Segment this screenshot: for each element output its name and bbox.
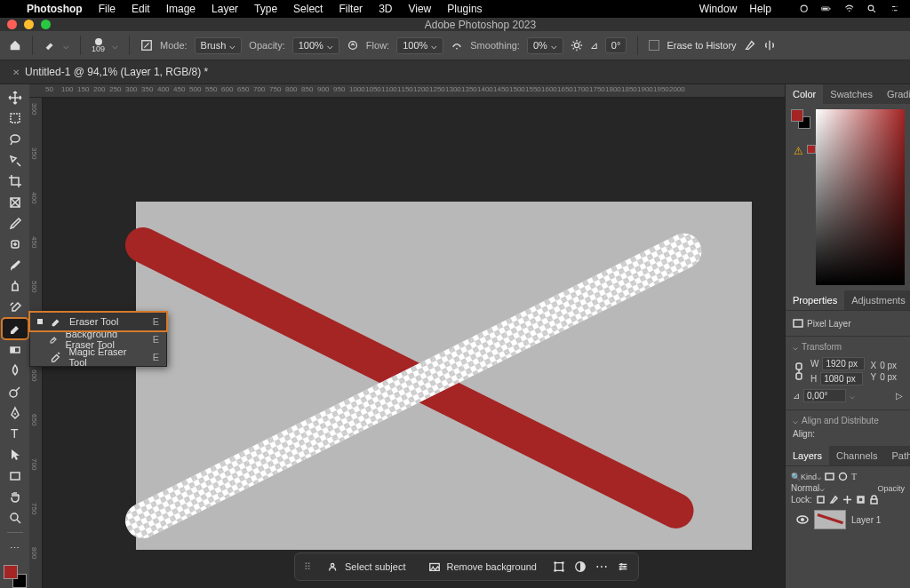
flyout-magic-eraser[interactable]: Magic Eraser Tool E	[30, 348, 166, 366]
document-tab[interactable]: ✕ Untitled-1 @ 94,1% (Layer 1, RGB/8) *	[0, 60, 220, 83]
symmetry-icon[interactable]	[763, 39, 776, 52]
wifi-icon[interactable]	[844, 4, 854, 13]
height-input[interactable]	[820, 372, 863, 385]
eyedropper-tool[interactable]	[3, 214, 28, 234]
maximize-window-button[interactable]	[41, 20, 51, 29]
menu-3d[interactable]: 3D	[379, 3, 392, 15]
brush-tool[interactable]	[3, 256, 28, 275]
artboard[interactable]	[136, 202, 752, 550]
brush-preset[interactable]: 109	[92, 38, 105, 53]
blur-tool[interactable]	[3, 362, 28, 381]
flyout-background-eraser[interactable]: Background Eraser Tool E	[30, 330, 166, 348]
flow-input[interactable]: 100%⌵	[396, 37, 443, 54]
foreground-color-swatch[interactable]	[4, 565, 18, 579]
crop-tool[interactable]	[3, 172, 28, 192]
tab-swatches[interactable]: Swatches	[823, 84, 880, 104]
tab-paths[interactable]: Paths	[885, 446, 910, 465]
tab-gradients[interactable]: Gradients	[880, 84, 910, 104]
remove-background-button[interactable]: Remove background	[421, 558, 544, 576]
lock-pixels-icon[interactable]	[816, 495, 826, 505]
lock-position-icon[interactable]	[842, 495, 852, 505]
lock-artboard-icon[interactable]	[856, 495, 866, 505]
lock-all-icon[interactable]	[869, 495, 879, 505]
contextual-task-bar[interactable]: ⠿ Select subject Remove background ⋯	[294, 552, 639, 581]
tab-properties[interactable]: Properties	[786, 290, 844, 310]
menu-window[interactable]: Window	[699, 3, 738, 15]
zoom-tool[interactable]	[3, 508, 28, 528]
eraser-tool-icon[interactable]	[44, 39, 56, 52]
shape-tool[interactable]	[3, 466, 28, 486]
menu-select[interactable]: Select	[293, 3, 323, 15]
menu-image[interactable]: Image	[166, 3, 196, 15]
path-selection-tool[interactable]	[3, 445, 28, 465]
adjustment-icon[interactable]	[574, 560, 587, 573]
frame-tool[interactable]	[3, 193, 28, 212]
more-icon[interactable]: ⋯	[595, 560, 608, 574]
layer-row[interactable]: Layer 1	[791, 506, 905, 533]
tab-color[interactable]: Color	[786, 84, 823, 104]
selection-tool[interactable]	[3, 151, 28, 171]
app-name-menu[interactable]: Photoshop	[27, 3, 83, 15]
opacity-pressure-icon[interactable]	[347, 39, 359, 52]
color-field[interactable]	[816, 109, 905, 285]
move-tool[interactable]	[3, 88, 28, 107]
ruler-horizontal[interactable]: 5010015020025030035040045050055060065070…	[29, 84, 785, 98]
color-swatches-tool[interactable]	[4, 565, 27, 588]
clone-stamp-tool[interactable]	[3, 277, 28, 297]
control-center-icon[interactable]	[890, 4, 899, 13]
marquee-tool[interactable]	[3, 109, 28, 129]
flyout-eraser-tool[interactable]: Eraser Tool E	[30, 313, 166, 330]
brush-settings-icon[interactable]	[140, 39, 153, 52]
dodge-tool[interactable]	[3, 382, 28, 401]
menu-plugins[interactable]: Plugins	[447, 3, 482, 15]
filter-type-icon[interactable]: T	[851, 472, 857, 481]
healing-tool[interactable]	[3, 235, 28, 255]
color-picker[interactable]: ⚠	[786, 104, 910, 290]
edit-toolbar[interactable]: ⋯	[3, 539, 28, 559]
home-icon[interactable]	[9, 39, 21, 52]
lock-paint-icon[interactable]	[829, 495, 839, 505]
tablet-pressure-icon[interactable]	[744, 39, 756, 52]
properties-icon[interactable]	[617, 560, 629, 573]
menu-type[interactable]: Type	[254, 3, 277, 15]
layer-filter-kind[interactable]: 🔍Kind⌵	[791, 473, 821, 481]
align-header[interactable]: Align and Distribute	[802, 416, 879, 425]
transform-icon[interactable]	[553, 560, 565, 573]
smoothing-gear-icon[interactable]	[571, 39, 583, 52]
record-icon[interactable]	[799, 4, 809, 13]
rotation-input[interactable]	[803, 389, 846, 402]
hand-tool[interactable]	[3, 487, 28, 506]
airbrush-icon[interactable]	[451, 39, 463, 52]
select-subject-button[interactable]: Select subject	[320, 558, 412, 576]
minimize-window-button[interactable]	[24, 20, 34, 29]
visibility-icon[interactable]	[796, 513, 809, 526]
drag-handle-icon[interactable]: ⠿	[304, 561, 311, 573]
history-brush-tool[interactable]	[3, 298, 28, 318]
filter-pixel-icon[interactable]	[825, 472, 834, 481]
close-window-button[interactable]	[7, 20, 17, 29]
filter-adjust-icon[interactable]	[838, 472, 848, 481]
menu-view[interactable]: View	[408, 3, 431, 15]
width-input[interactable]	[822, 357, 865, 370]
picker-fg-swatch[interactable]	[791, 109, 803, 122]
lasso-tool[interactable]	[3, 130, 28, 149]
erase-history-checkbox[interactable]	[649, 40, 659, 51]
eraser-tool[interactable]	[3, 319, 28, 338]
layer-name[interactable]: Layer 1	[851, 515, 881, 525]
angle-input[interactable]: 0°	[605, 37, 627, 53]
blend-mode-dropdown[interactable]: Normal⌵	[791, 483, 825, 493]
tab-channels[interactable]: Channels	[829, 446, 884, 465]
menu-file[interactable]: File	[99, 3, 116, 15]
tab-adjustments[interactable]: Adjustments	[844, 290, 910, 310]
gamut-warning-icon[interactable]: ⚠	[794, 145, 803, 157]
pen-tool[interactable]	[3, 403, 28, 423]
gradient-tool[interactable]	[3, 340, 28, 360]
transform-header[interactable]: Transform	[802, 342, 842, 352]
menu-help[interactable]: Help	[749, 3, 771, 15]
menu-layer[interactable]: Layer	[212, 3, 238, 15]
opacity-input[interactable]: 100%⌵	[292, 37, 339, 54]
close-tab-icon[interactable]: ✕	[12, 68, 20, 77]
type-tool[interactable]: T	[3, 425, 28, 444]
menu-filter[interactable]: Filter	[339, 3, 363, 15]
layer-thumbnail[interactable]	[814, 510, 846, 529]
